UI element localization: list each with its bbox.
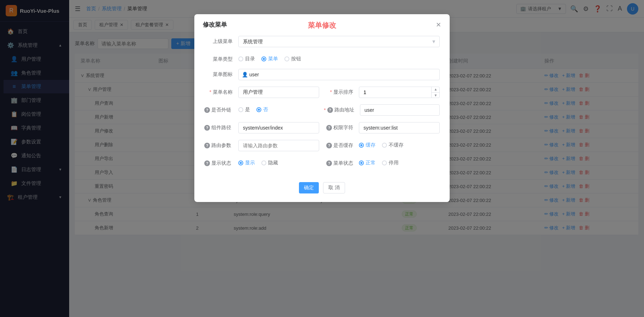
- radio-circle-yes: [238, 107, 243, 112]
- radio-normal-label: 正常: [366, 160, 376, 166]
- menu-icon-label: 菜单图标: [204, 69, 233, 78]
- radio-circle-menu: [261, 56, 266, 61]
- radio-cache-yes-label: 缓存: [366, 142, 376, 148]
- sort-arrows: ▲ ▼: [431, 87, 440, 98]
- parent-menu-control: 系统管理 ▼: [238, 36, 440, 47]
- parent-menu-select[interactable]: 系统管理: [238, 36, 440, 47]
- sort-arrow-up[interactable]: ▲: [432, 87, 440, 93]
- radio-external-no[interactable]: 否: [256, 106, 268, 113]
- permission-help-icon: ?: [326, 125, 332, 131]
- radio-directory[interactable]: 目录: [238, 56, 255, 62]
- menu-type-row: 菜单类型 目录 菜单: [204, 54, 440, 62]
- parent-menu-select-wrap: 系统管理 ▼: [238, 36, 440, 47]
- menu-name-control: [238, 87, 319, 98]
- params-label-wrap: ? 路由参数: [204, 140, 233, 149]
- external-help-icon: ?: [204, 107, 210, 113]
- radio-button-label: 按钮: [291, 56, 301, 62]
- parent-menu-label: 上级菜单: [204, 36, 233, 45]
- sort-control: ▲ ▼: [359, 87, 440, 98]
- radio-cache-yes[interactable]: 缓存: [359, 142, 376, 148]
- dialog-title: 修改菜单: [203, 21, 227, 29]
- display-help-icon: ?: [204, 160, 210, 166]
- dialog-footer: 确定 取 消: [194, 176, 450, 202]
- radio-cache-no[interactable]: 不缓存: [382, 142, 404, 148]
- external-label: 是否外链: [211, 107, 231, 113]
- dialog-header: 修改菜单 菜单修改 ✕: [194, 14, 450, 29]
- radio-directory-label: 目录: [245, 56, 255, 62]
- route-input[interactable]: [360, 104, 440, 116]
- icon-input-wrap: 👤: [238, 69, 440, 80]
- params-control: [238, 140, 319, 151]
- radio-circle-cache-yes: [359, 143, 364, 148]
- radio-circle-no: [256, 107, 261, 112]
- dialog-close-button[interactable]: ✕: [436, 22, 441, 28]
- cache-label-wrap: ? 是否缓存: [325, 140, 353, 149]
- menu-name-input[interactable]: [238, 87, 319, 98]
- external-radio-group: 是 否: [238, 104, 318, 113]
- menu-icon-input[interactable]: [238, 69, 440, 80]
- menu-status-control: 正常 停用: [359, 158, 440, 166]
- radio-hide-label: 隐藏: [268, 160, 278, 166]
- radio-menu[interactable]: 菜单: [261, 56, 278, 62]
- radio-external-yes[interactable]: 是: [238, 106, 250, 113]
- menu-status-label-wrap: ? 菜单状态: [325, 158, 353, 166]
- display-radio-group: 显示 隐藏: [238, 158, 319, 166]
- params-help-icon: ?: [204, 143, 210, 148]
- component-control: [238, 122, 319, 133]
- radio-circle-directory: [238, 56, 243, 61]
- cancel-button[interactable]: 取 消: [323, 182, 345, 193]
- permission-input[interactable]: [359, 122, 440, 133]
- route-label: 路由地址: [334, 107, 354, 113]
- display-status-row: ? 显示状态 显示 隐藏: [204, 158, 440, 166]
- route-label-wrap: ? 路由地址: [324, 104, 354, 113]
- radio-display-show[interactable]: 显示: [238, 160, 255, 166]
- radio-status-disable[interactable]: 停用: [382, 160, 399, 166]
- menu-name-label: 菜单名称: [204, 87, 233, 95]
- component-label: 组件路径: [211, 125, 231, 131]
- params-cache-row: ? 路由参数 ? 是否缓存 缓存: [204, 140, 440, 151]
- permission-control: [359, 122, 440, 133]
- radio-dot-cache-yes: [360, 144, 362, 146]
- params-label: 路由参数: [211, 142, 231, 149]
- radio-dot-normal: [360, 162, 362, 164]
- input-user-icon: 👤: [242, 72, 248, 77]
- external-control: 是 否: [238, 104, 318, 113]
- permission-label: 权限字符: [333, 125, 353, 131]
- sort-arrow-down[interactable]: ▼: [432, 93, 440, 98]
- radio-cache-no-label: 不缓存: [389, 142, 404, 148]
- radio-status-normal[interactable]: 正常: [359, 160, 376, 166]
- sort-input-wrap: ▲ ▼: [359, 87, 440, 98]
- dialog-body: 上级菜单 系统管理 ▼ 菜单类型: [194, 29, 450, 176]
- radio-circle-show: [238, 160, 243, 165]
- permission-label-wrap: ? 权限字符: [325, 122, 353, 131]
- radio-show-label: 显示: [245, 160, 255, 166]
- radio-yes-label: 是: [245, 106, 250, 113]
- radio-dot-menu: [263, 58, 265, 60]
- component-input[interactable]: [238, 122, 319, 133]
- dialog-overlay: 修改菜单 菜单修改 ✕ 上级菜单 系统管理 ▼ 菜单类型: [0, 0, 644, 317]
- component-help-icon: ?: [204, 125, 210, 131]
- display-label-wrap: ? 显示状态: [204, 158, 233, 166]
- name-sort-row: 菜单名称 显示排序 ▲ ▼: [204, 87, 440, 98]
- radio-circle-button: [284, 56, 289, 61]
- cache-help-icon: ?: [326, 143, 332, 148]
- radio-disable-label: 停用: [389, 160, 399, 166]
- menu-icon-row: 菜单图标 👤: [204, 69, 440, 80]
- menu-status-label: 菜单状态: [333, 160, 353, 166]
- params-input[interactable]: [238, 140, 319, 151]
- cache-radio-group: 缓存 不缓存: [359, 140, 440, 148]
- component-label-wrap: ? 组件路径: [204, 122, 233, 131]
- dialog-subtitle: 菜单修改: [308, 21, 336, 30]
- radio-circle-hide: [261, 160, 266, 165]
- route-control: [360, 104, 440, 116]
- radio-circle-normal: [359, 160, 364, 165]
- menu-status-radio-group: 正常 停用: [359, 158, 440, 166]
- edit-menu-dialog: 修改菜单 菜单修改 ✕ 上级菜单 系统管理 ▼ 菜单类型: [194, 14, 450, 202]
- display-control: 显示 隐藏: [238, 158, 319, 166]
- radio-display-hide[interactable]: 隐藏: [261, 160, 278, 166]
- radio-button[interactable]: 按钮: [284, 56, 301, 62]
- sort-input[interactable]: [359, 87, 440, 98]
- radio-circle-disable: [382, 160, 387, 165]
- confirm-button[interactable]: 确定: [299, 182, 319, 193]
- menu-status-help-icon: ?: [326, 160, 332, 166]
